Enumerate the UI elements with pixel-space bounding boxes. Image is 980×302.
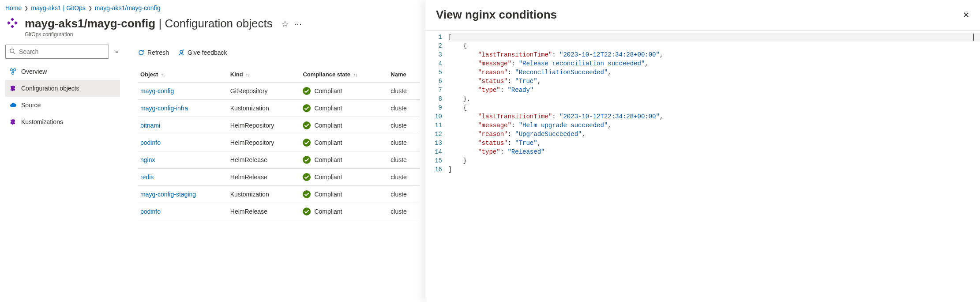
- compliance-label: Compliant: [314, 208, 342, 215]
- col-name[interactable]: Name: [388, 67, 420, 83]
- kind-cell: HelmRelease: [228, 169, 300, 186]
- name-cell: cluste: [388, 134, 420, 151]
- kind-cell: HelmRelease: [228, 203, 300, 220]
- refresh-button[interactable]: Refresh: [138, 49, 169, 56]
- nav-item-configuration-objects[interactable]: Configuration objects: [5, 80, 120, 97]
- resource-icon: [5, 17, 19, 31]
- title-suffix: | Configuration objects: [155, 17, 272, 30]
- sort-icon: ↑↓: [245, 72, 250, 77]
- svg-line-1: [14, 52, 15, 54]
- col-compliance[interactable]: Compliance state ↑↓: [300, 67, 388, 83]
- name-cell: cluste: [388, 169, 420, 186]
- conditions-panel: View nginx conditions ✕ 1234567891011121…: [425, 0, 980, 302]
- compliance-label: Compliant: [314, 139, 342, 146]
- overview-icon: [9, 68, 17, 76]
- table-row[interactable]: podinfoHelmRepositoryCompliantcluste: [138, 134, 420, 151]
- kind-cell: Kustomization: [228, 100, 300, 117]
- table-row[interactable]: nginxHelmReleaseCompliantcluste: [138, 151, 420, 169]
- toolbar: Refresh Give feedback: [138, 45, 420, 60]
- table-row[interactable]: redisHelmReleaseCompliantcluste: [138, 169, 420, 186]
- table-row[interactable]: podinfoHelmReleaseCompliantcluste: [138, 203, 420, 220]
- svg-point-4: [12, 72, 14, 75]
- feedback-button[interactable]: Give feedback: [178, 49, 227, 56]
- object-link[interactable]: podinfo: [140, 208, 161, 215]
- nav-item-kustomizations[interactable]: Kustomizations: [5, 113, 120, 130]
- close-icon[interactable]: ✕: [963, 10, 969, 20]
- kind-cell: GitRepository: [228, 83, 300, 100]
- puzzle-icon: [9, 118, 17, 126]
- compliance-label: Compliant: [314, 87, 342, 94]
- svg-point-9: [303, 104, 311, 112]
- name-cell: cluste: [388, 151, 420, 169]
- name-cell: cluste: [388, 203, 420, 220]
- nav-item-overview[interactable]: Overview: [5, 63, 120, 80]
- code-line: "reason": "ReconciliationSucceeded",: [448, 68, 980, 77]
- code-line: {: [448, 103, 980, 112]
- svg-line-6: [13, 71, 14, 72]
- title-main: mayg-aks1/mayg-config: [25, 17, 155, 30]
- compliance-label: Compliant: [314, 105, 342, 112]
- col-object[interactable]: Object ↑↓: [138, 67, 228, 83]
- table-row[interactable]: bitnamiHelmRepositoryCompliantcluste: [138, 117, 420, 134]
- check-circle-icon: [303, 87, 311, 95]
- object-link[interactable]: mayg-config-infra: [140, 105, 188, 112]
- feedback-icon: [178, 49, 185, 56]
- sort-icon: ↑↓: [352, 72, 357, 77]
- json-viewer[interactable]: 12345678910111213141516 [ { "lastTransit…: [425, 30, 980, 302]
- check-circle-icon: [303, 121, 311, 129]
- search-box[interactable]: [5, 45, 109, 59]
- check-circle-icon: [303, 173, 311, 181]
- more-actions-icon[interactable]: ⋯: [294, 19, 302, 29]
- compliance-label: Compliant: [314, 156, 342, 163]
- table-row[interactable]: mayg-config-stagingKustomizationComplian…: [138, 186, 420, 203]
- refresh-label: Refresh: [147, 49, 169, 56]
- object-link[interactable]: podinfo: [140, 139, 161, 146]
- nav-label: Overview: [21, 68, 47, 75]
- svg-point-7: [180, 50, 183, 53]
- col-kind[interactable]: Kind ↑↓: [228, 67, 300, 83]
- breadcrumb-l2[interactable]: mayg-aks1/mayg-config: [95, 4, 161, 11]
- left-nav: « Overview Configuration objects: [5, 45, 120, 220]
- code-line: }: [448, 156, 980, 165]
- code-line: "message": "Helm upgrade succeeded",: [448, 121, 980, 130]
- object-link[interactable]: mayg-config-staging: [140, 191, 196, 198]
- breadcrumb-l1[interactable]: mayg-aks1 | GitOps: [31, 4, 85, 11]
- kind-cell: HelmRepository: [228, 117, 300, 134]
- page-title: mayg-aks1/mayg-config | Configuration ob…: [25, 17, 273, 30]
- svg-point-0: [10, 49, 14, 53]
- svg-point-12: [303, 156, 311, 164]
- compliance-label: Compliant: [314, 122, 342, 129]
- favorite-star-icon[interactable]: ☆: [282, 19, 289, 29]
- name-cell: cluste: [388, 186, 420, 203]
- object-link[interactable]: redis: [140, 174, 154, 181]
- nav-label: Configuration objects: [21, 85, 79, 92]
- name-cell: cluste: [388, 83, 420, 100]
- object-link[interactable]: bitnami: [140, 122, 160, 129]
- svg-point-11: [303, 139, 311, 147]
- page-subtitle: GitOps configuration: [25, 31, 302, 38]
- puzzle-icon: [9, 84, 17, 92]
- compliance-label: Compliant: [314, 174, 342, 181]
- code-line: },: [448, 94, 980, 103]
- object-link[interactable]: mayg-config: [140, 87, 174, 94]
- name-cell: cluste: [388, 100, 420, 117]
- search-input[interactable]: [19, 48, 105, 55]
- code-line: ]: [448, 165, 980, 174]
- code-line: "lastTransitionTime": "2023-10-12T22:34:…: [448, 50, 980, 59]
- code-line: [: [448, 33, 980, 42]
- code-line: "type": "Ready": [448, 86, 980, 94]
- object-link[interactable]: nginx: [140, 156, 155, 163]
- breadcrumb-home[interactable]: Home: [5, 4, 22, 11]
- svg-point-14: [303, 190, 311, 198]
- code-line: "message": "Release reconciliation succe…: [448, 59, 980, 68]
- table-row[interactable]: mayg-configGitRepositoryCompliantcluste: [138, 83, 420, 100]
- sort-icon: ↑↓: [160, 72, 165, 77]
- chevron-right-icon: ❯: [88, 5, 92, 11]
- svg-point-2: [11, 69, 13, 71]
- code-line: "lastTransitionTime": "2023-10-12T22:34:…: [448, 112, 980, 121]
- nav-item-source[interactable]: Source: [5, 97, 120, 113]
- check-circle-icon: [303, 208, 311, 215]
- collapse-nav-icon[interactable]: «: [113, 47, 120, 57]
- table-row[interactable]: mayg-config-infraKustomizationCompliantc…: [138, 100, 420, 117]
- breadcrumb: Home ❯ mayg-aks1 | GitOps ❯ mayg-aks1/ma…: [5, 4, 420, 11]
